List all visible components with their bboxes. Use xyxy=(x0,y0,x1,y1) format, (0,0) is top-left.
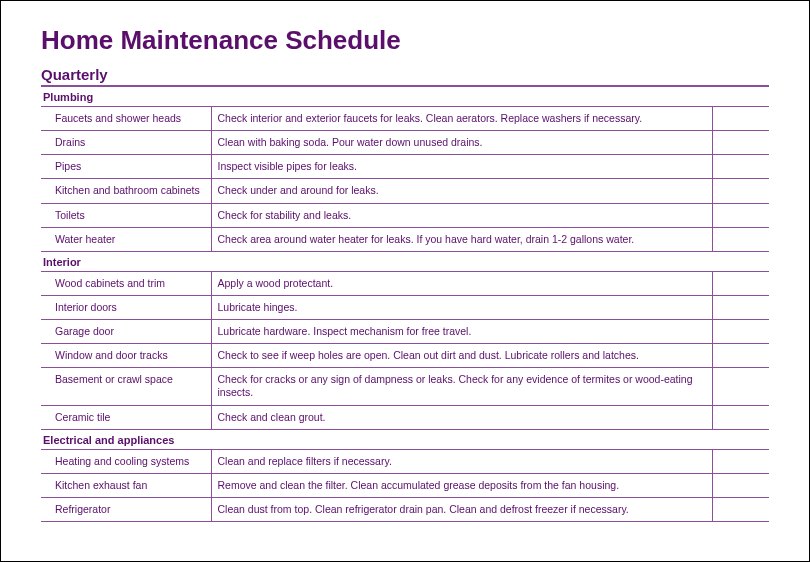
item-check xyxy=(713,131,769,155)
item-name: Kitchen exhaust fan xyxy=(41,473,211,497)
table-row: Kitchen exhaust fan Remove and clean the… xyxy=(41,473,769,497)
item-task: Check and clean grout. xyxy=(211,405,713,429)
item-name: Garage door xyxy=(41,320,211,344)
table-row: Pipes Inspect visible pipes for leaks. xyxy=(41,155,769,179)
table-row: Heating and cooling systems Clean and re… xyxy=(41,449,769,473)
item-name: Interior doors xyxy=(41,295,211,319)
item-name: Toilets xyxy=(41,203,211,227)
item-name: Kitchen and bathroom cabinets xyxy=(41,179,211,203)
item-name: Drains xyxy=(41,131,211,155)
item-task: Check to see if weep holes are open. Cle… xyxy=(211,344,713,368)
section-heading: Plumbing xyxy=(41,87,769,107)
item-check xyxy=(713,179,769,203)
item-task: Clean dust from top. Clean refrigerator … xyxy=(211,497,713,521)
table-row: Garage door Lubricate hardware. Inspect … xyxy=(41,320,769,344)
item-check xyxy=(713,203,769,227)
table-row: Faucets and shower heads Check interior … xyxy=(41,107,769,131)
item-check xyxy=(713,449,769,473)
table-row: Drains Clean with baking soda. Pour wate… xyxy=(41,131,769,155)
item-task: Check for cracks or any sign of dampness… xyxy=(211,368,713,405)
item-check xyxy=(713,344,769,368)
item-task: Lubricate hinges. xyxy=(211,295,713,319)
item-name: Faucets and shower heads xyxy=(41,107,211,131)
table-row: Window and door tracks Check to see if w… xyxy=(41,344,769,368)
table-row: Refrigerator Clean dust from top. Clean … xyxy=(41,497,769,521)
item-task: Check area around water heater for leaks… xyxy=(211,227,713,251)
item-name: Pipes xyxy=(41,155,211,179)
item-task: Check under and around for leaks. xyxy=(211,179,713,203)
item-task: Apply a wood protectant. xyxy=(211,271,713,295)
item-name: Heating and cooling systems xyxy=(41,449,211,473)
item-task: Remove and clean the filter. Clean accum… xyxy=(211,473,713,497)
section-heading: Electrical and appliances xyxy=(41,429,769,449)
item-check xyxy=(713,368,769,405)
item-name: Window and door tracks xyxy=(41,344,211,368)
item-check xyxy=(713,295,769,319)
item-task: Check for stability and leaks. xyxy=(211,203,713,227)
page-title: Home Maintenance Schedule xyxy=(41,25,769,56)
item-check xyxy=(713,405,769,429)
table-row: Kitchen and bathroom cabinets Check unde… xyxy=(41,179,769,203)
item-check xyxy=(713,320,769,344)
item-check xyxy=(713,473,769,497)
item-check xyxy=(713,155,769,179)
page-subtitle: Quarterly xyxy=(41,66,769,87)
item-name: Water heater xyxy=(41,227,211,251)
item-task: Lubricate hardware. Inspect mechanism fo… xyxy=(211,320,713,344)
item-name: Refrigerator xyxy=(41,497,211,521)
section-heading: Interior xyxy=(41,251,769,271)
table-row: Basement or crawl space Check for cracks… xyxy=(41,368,769,405)
item-task: Clean and replace filters if necessary. xyxy=(211,449,713,473)
item-check xyxy=(713,271,769,295)
item-task: Inspect visible pipes for leaks. xyxy=(211,155,713,179)
item-task: Clean with baking soda. Pour water down … xyxy=(211,131,713,155)
table-row: Ceramic tile Check and clean grout. xyxy=(41,405,769,429)
section-heading-row: Interior xyxy=(41,251,769,271)
section-heading-row: Electrical and appliances xyxy=(41,429,769,449)
item-name: Ceramic tile xyxy=(41,405,211,429)
item-check xyxy=(713,227,769,251)
item-task: Check interior and exterior faucets for … xyxy=(211,107,713,131)
page: Home Maintenance Schedule Quarterly Plum… xyxy=(0,0,810,562)
item-check xyxy=(713,107,769,131)
item-name: Basement or crawl space xyxy=(41,368,211,405)
section-heading-row: Plumbing xyxy=(41,87,769,107)
table-row: Interior doors Lubricate hinges. xyxy=(41,295,769,319)
item-check xyxy=(713,497,769,521)
item-name: Wood cabinets and trim xyxy=(41,271,211,295)
schedule-table: Plumbing Faucets and shower heads Check … xyxy=(41,87,769,522)
table-row: Water heater Check area around water hea… xyxy=(41,227,769,251)
table-row: Wood cabinets and trim Apply a wood prot… xyxy=(41,271,769,295)
table-row: Toilets Check for stability and leaks. xyxy=(41,203,769,227)
